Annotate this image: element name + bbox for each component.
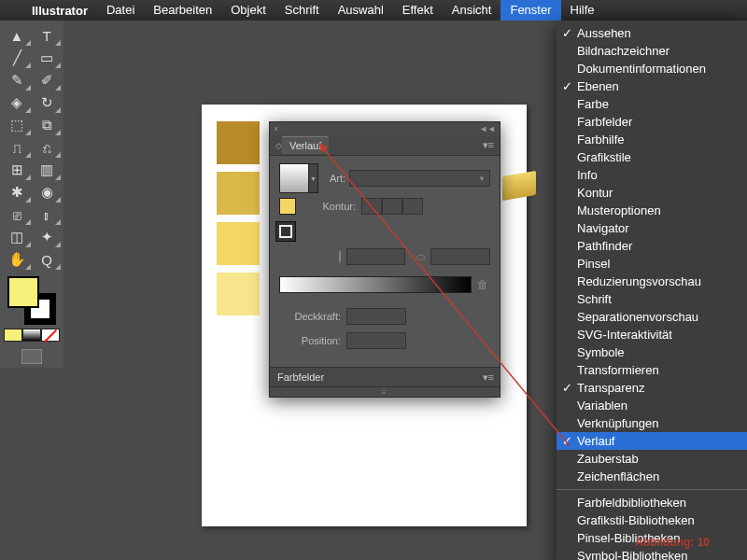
- menu-item-variablen[interactable]: Variablen: [557, 397, 747, 414]
- menu-datei[interactable]: Datei: [97, 0, 144, 21]
- gradient-fill-swatch[interactable]: [279, 198, 296, 215]
- close-icon[interactable]: ×: [274, 124, 278, 133]
- fill-swatch[interactable]: [7, 276, 39, 308]
- rotate-tool[interactable]: ↻: [32, 91, 62, 114]
- toolbox: ▲T ╱▭ ✎✐ ◈↻ ⬚⧉ ⎍⎌ ⊞▥ ✱◉ ⎚⫾ ◫✦ ✋Q: [0, 21, 63, 368]
- menu-item-grafikstile[interactable]: Grafikstile: [557, 148, 747, 166]
- fill-stroke-control[interactable]: [7, 276, 56, 325]
- menu-fenster[interactable]: Fenster: [500, 0, 560, 21]
- artboard-tool[interactable]: ◫: [2, 226, 32, 248]
- scale-tool[interactable]: ⬚: [2, 114, 32, 136]
- shape-builder-tool[interactable]: ⎍: [2, 136, 32, 159]
- color-mode[interactable]: [4, 329, 22, 342]
- swap-fill-stroke-icon[interactable]: [275, 221, 296, 242]
- eyedropper-tool[interactable]: ✱: [2, 181, 32, 203]
- rectangle-tool[interactable]: ▭: [32, 47, 62, 69]
- opacity-field[interactable]: [346, 308, 406, 325]
- menu-item-transformieren[interactable]: Transformieren: [557, 361, 747, 379]
- menu-item-zeichenfl-chen[interactable]: Zeichenflächen: [557, 468, 747, 485]
- menu-auswahl[interactable]: Auswahl: [329, 0, 393, 21]
- menu-item-farbhilfe[interactable]: Farbhilfe: [557, 131, 747, 148]
- menu-ansicht[interactable]: Ansicht: [443, 0, 501, 21]
- menu-item-pinsel[interactable]: Pinsel: [557, 255, 747, 273]
- menu-item-zauberstab[interactable]: Zauberstab: [557, 450, 747, 468]
- menu-item-navigator[interactable]: Navigator: [557, 219, 747, 237]
- collapse-icon[interactable]: ◄◄: [479, 124, 496, 133]
- menu-item-aussehen[interactable]: Aussehen: [557, 24, 747, 42]
- menu-item-symbol-bibliotheken[interactable]: Symbol-Bibliotheken: [557, 547, 747, 560]
- tab-farbfelder[interactable]: Farbfelder: [270, 369, 331, 385]
- line-tool[interactable]: ╱: [2, 47, 32, 69]
- swatch-1[interactable]: [217, 121, 260, 164]
- panel-menu-icon-2[interactable]: ▾≡: [477, 371, 500, 384]
- none-mode[interactable]: [41, 329, 60, 342]
- menu-item-farbe[interactable]: Farbe: [557, 95, 747, 113]
- menu-item-bildnachzeichner[interactable]: Bildnachzeichner: [557, 42, 747, 60]
- gradient-preset-dropdown[interactable]: ▼: [309, 163, 318, 193]
- selection-tool[interactable]: ▲: [2, 24, 32, 47]
- aspect-icon: ⬭: [416, 251, 425, 263]
- menu-item-transparenz[interactable]: Transparenz: [557, 379, 747, 397]
- width-tool[interactable]: ⧉: [32, 114, 62, 136]
- menu-objekt[interactable]: Objekt: [221, 0, 275, 21]
- menu-item-farbfelder[interactable]: Farbfelder: [557, 113, 747, 131]
- delete-stop-icon[interactable]: 🗑: [477, 278, 490, 291]
- symbol-sprayer-tool[interactable]: ⎚: [2, 203, 32, 226]
- menu-item-verkn-pfungen[interactable]: Verknüpfungen: [557, 414, 747, 432]
- menu-schrift[interactable]: Schrift: [275, 0, 329, 21]
- swatch-2[interactable]: [217, 172, 260, 215]
- angle-label: [279, 251, 346, 262]
- type-tool[interactable]: T: [32, 24, 62, 47]
- gradient-slider[interactable]: [279, 276, 472, 293]
- blend-tool[interactable]: ◉: [32, 181, 62, 203]
- panel-titlebar[interactable]: × ◄◄: [270, 122, 500, 135]
- swatch-4[interactable]: [217, 273, 260, 315]
- mesh-tool[interactable]: ⊞: [2, 159, 32, 181]
- menu-effekt[interactable]: Effekt: [393, 0, 443, 21]
- menu-item-kontur[interactable]: Kontur: [557, 184, 747, 202]
- menu-item-symbole[interactable]: Symbole: [557, 343, 747, 361]
- menu-item-ebenen[interactable]: Ebenen: [557, 77, 747, 95]
- angle-icon: [339, 250, 341, 263]
- perspective-tool[interactable]: ⎌: [32, 136, 62, 159]
- position-field[interactable]: [346, 332, 406, 349]
- gradient-tool[interactable]: ▥: [32, 159, 62, 181]
- app-name: Illustrator: [22, 4, 97, 18]
- menu-item-pathfinder[interactable]: Pathfinder: [557, 237, 747, 255]
- zoom-tool[interactable]: Q: [32, 248, 62, 271]
- eraser-tool[interactable]: ◈: [2, 91, 32, 114]
- hand-tool[interactable]: ✋: [2, 248, 32, 271]
- menu-item-separationenvorschau[interactable]: Separationenvorschau: [557, 308, 747, 326]
- angle-field[interactable]: [346, 248, 406, 265]
- gradient-mode[interactable]: [22, 329, 41, 342]
- aspect-field[interactable]: [430, 248, 490, 265]
- menu-item-verlauf[interactable]: Verlauf: [557, 432, 747, 450]
- slice-tool[interactable]: ✦: [32, 226, 62, 248]
- swatch-3[interactable]: [217, 222, 260, 265]
- screen-mode[interactable]: [21, 349, 42, 364]
- gradient-type-dropdown[interactable]: ▼: [349, 170, 490, 187]
- pencil-tool[interactable]: ✐: [32, 69, 62, 91]
- menu-bearbeiten[interactable]: Bearbeiten: [144, 0, 221, 21]
- menu-hilfe[interactable]: Hilfe: [561, 0, 604, 21]
- column-graph-tool[interactable]: ⫾: [32, 203, 62, 226]
- stroke-mode-2[interactable]: [382, 198, 402, 215]
- gradient-thumbnail[interactable]: [279, 163, 309, 193]
- tab-verlauf[interactable]: Verlauf: [282, 136, 329, 154]
- stroke-mode-1[interactable]: [361, 198, 382, 215]
- menu-item-dokumentinformationen[interactable]: Dokumentinformationen: [557, 60, 747, 77]
- menu-item-schrift[interactable]: Schrift: [557, 290, 747, 308]
- menu-item-musteroptionen[interactable]: Musteroptionen: [557, 202, 747, 219]
- panel-menu-icon[interactable]: ▾≡: [477, 139, 500, 151]
- gold-bar-shape: [502, 171, 536, 201]
- art-label: Art:: [330, 173, 349, 184]
- stroke-mode-3[interactable]: [402, 198, 423, 215]
- paintbrush-tool[interactable]: ✎: [2, 69, 32, 91]
- menu-item-svg-interaktivit-t[interactable]: SVG-Interaktivität: [557, 326, 747, 343]
- panel-tab-row-2: Farbfelder ▾≡: [270, 367, 500, 387]
- panel-resize-grip[interactable]: [270, 387, 500, 397]
- menu-item-grafikstil-bibliotheken[interactable]: Grafikstil-Bibliotheken: [557, 511, 747, 529]
- menu-item-info[interactable]: Info: [557, 166, 747, 184]
- menu-item-reduzierungsvorschau[interactable]: Reduzierungsvorschau: [557, 273, 747, 290]
- menu-item-farbfeldbibliotheken[interactable]: Farbfeldbibliotheken: [557, 494, 747, 511]
